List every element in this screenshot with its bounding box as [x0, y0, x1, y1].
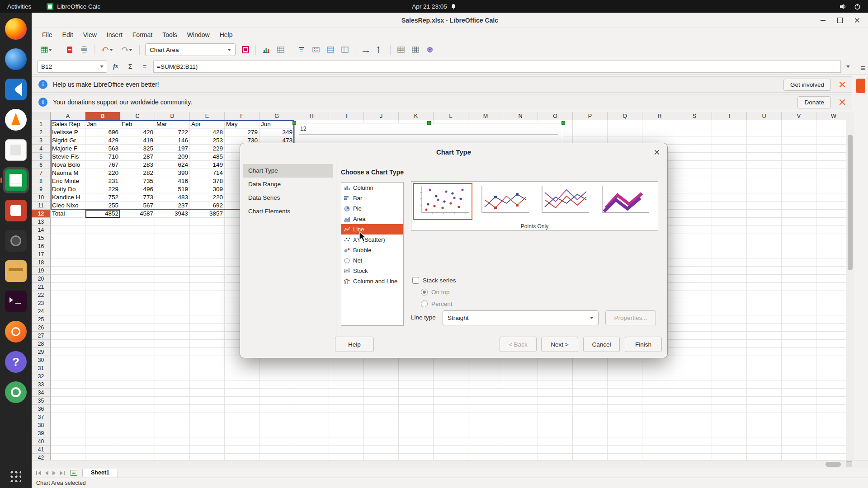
cell-E40[interactable]	[190, 437, 225, 446]
donate-button[interactable]: Donate	[797, 96, 831, 108]
cell-D30[interactable]	[155, 356, 190, 364]
cell-V1[interactable]	[782, 120, 816, 128]
power-icon[interactable]	[854, 3, 861, 10]
cell-W22[interactable]	[816, 291, 846, 299]
cell-D18[interactable]	[155, 258, 190, 267]
cell-C1[interactable]: Feb	[120, 120, 155, 128]
cell-I35[interactable]	[329, 397, 364, 405]
cell-S29[interactable]	[677, 348, 712, 356]
row-header-11[interactable]: 11	[32, 202, 51, 210]
clock[interactable]: Apr 21 23:05	[412, 3, 447, 10]
cell-Q42[interactable]	[608, 454, 642, 460]
cell-D10[interactable]: 483	[155, 193, 190, 202]
cell-O31[interactable]	[538, 364, 573, 372]
type-net[interactable]: Net	[341, 255, 403, 266]
cell-V25[interactable]	[782, 315, 816, 324]
cell-S1[interactable]	[677, 120, 712, 128]
cell-P33[interactable]	[573, 380, 608, 389]
cell-B29[interactable]	[85, 348, 120, 356]
cell-Q32[interactable]	[608, 372, 642, 380]
row-header-17[interactable]: 17	[32, 250, 51, 258]
cell-A8[interactable]: Eric Minte	[51, 177, 85, 185]
cell-E20[interactable]	[190, 275, 225, 283]
cell-H35[interactable]	[294, 397, 329, 405]
cell-C14[interactable]	[120, 226, 155, 234]
titles-button[interactable]	[295, 43, 308, 56]
column-header-O[interactable]: O	[538, 112, 573, 120]
cell-A10[interactable]: Kandice H	[51, 193, 85, 202]
row-header-27[interactable]: 27	[32, 332, 51, 340]
cell-V24[interactable]	[782, 307, 816, 315]
cell-E14[interactable]	[190, 226, 225, 234]
menu-tools[interactable]: Tools	[157, 30, 182, 40]
cell-S12[interactable]	[677, 210, 712, 218]
cell-V16[interactable]	[782, 242, 816, 250]
cell-G39[interactable]	[259, 429, 294, 437]
function-wizard-button[interactable]: fx	[110, 61, 122, 72]
cell-V8[interactable]	[782, 177, 816, 185]
cell-C34[interactable]	[120, 389, 155, 397]
cell-B27[interactable]	[85, 332, 120, 340]
cell-V28[interactable]	[782, 340, 816, 348]
cell-D38[interactable]	[155, 421, 190, 429]
cell-K34[interactable]	[399, 389, 434, 397]
cell-Q31[interactable]	[608, 364, 642, 372]
cell-G34[interactable]	[259, 389, 294, 397]
cancel-button[interactable]: Cancel	[583, 337, 620, 352]
subtype-3d-lines[interactable]	[594, 183, 653, 220]
cell-C21[interactable]	[120, 283, 155, 291]
cell-D40[interactable]	[155, 437, 190, 446]
cell-B42[interactable]	[85, 454, 120, 460]
chart-type-button[interactable]	[259, 43, 273, 56]
cell-F32[interactable]	[225, 372, 259, 380]
vertical-grids-button[interactable]	[338, 43, 351, 56]
terminal-dock-icon[interactable]	[5, 291, 27, 312]
cell-T38[interactable]	[712, 421, 747, 429]
cell-O40[interactable]	[538, 437, 573, 446]
cell-K35[interactable]	[399, 397, 434, 405]
properties-button[interactable]: Properties...	[605, 310, 656, 325]
cell-D32[interactable]	[155, 372, 190, 380]
menu-window[interactable]: Window	[182, 30, 215, 40]
cell-B11[interactable]: 255	[85, 202, 120, 210]
cell-A37[interactable]	[51, 413, 85, 421]
cell-C2[interactable]: 420	[120, 128, 155, 136]
cell-W36[interactable]	[816, 405, 846, 413]
horizontal-scrollbar[interactable]	[32, 460, 868, 468]
cell-A22[interactable]	[51, 291, 85, 299]
cell-C18[interactable]	[120, 258, 155, 267]
cell-W26[interactable]	[816, 324, 846, 332]
cell-O34[interactable]	[538, 389, 573, 397]
row-header-5[interactable]: 5	[32, 153, 51, 161]
cell-U7[interactable]	[747, 169, 782, 177]
cell-C29[interactable]	[120, 348, 155, 356]
cell-E9[interactable]: 309	[190, 185, 225, 193]
cell-G40[interactable]	[259, 437, 294, 446]
cell-V40[interactable]	[782, 437, 816, 446]
cell-J41[interactable]	[364, 446, 399, 454]
maximize-button[interactable]	[835, 15, 845, 26]
cell-A15[interactable]	[51, 234, 85, 242]
vlc-dock-icon[interactable]	[5, 109, 27, 131]
cell-A27[interactable]	[51, 332, 85, 340]
cell-H33[interactable]	[294, 380, 329, 389]
firefox-dock-icon[interactable]	[5, 18, 27, 40]
current-app-indicator[interactable]: LibreOffice Calc	[47, 3, 100, 10]
cell-E5[interactable]: 485	[190, 153, 225, 161]
select-all-corner[interactable]	[32, 112, 51, 120]
line-type-select[interactable]: Straight	[443, 310, 599, 325]
cell-A17[interactable]	[51, 250, 85, 258]
last-sheet-button[interactable]	[59, 471, 66, 475]
cell-D28[interactable]	[155, 340, 190, 348]
cell-V17[interactable]	[782, 250, 816, 258]
cell-U33[interactable]	[747, 380, 782, 389]
cell-V39[interactable]	[782, 429, 816, 437]
cell-E26[interactable]	[190, 324, 225, 332]
cell-E38[interactable]	[190, 421, 225, 429]
cell-G33[interactable]	[259, 380, 294, 389]
cell-R36[interactable]	[642, 405, 677, 413]
cell-A41[interactable]	[51, 446, 85, 454]
cell-Q36[interactable]	[608, 405, 642, 413]
cell-U25[interactable]	[747, 315, 782, 324]
cell-V19[interactable]	[782, 267, 816, 275]
